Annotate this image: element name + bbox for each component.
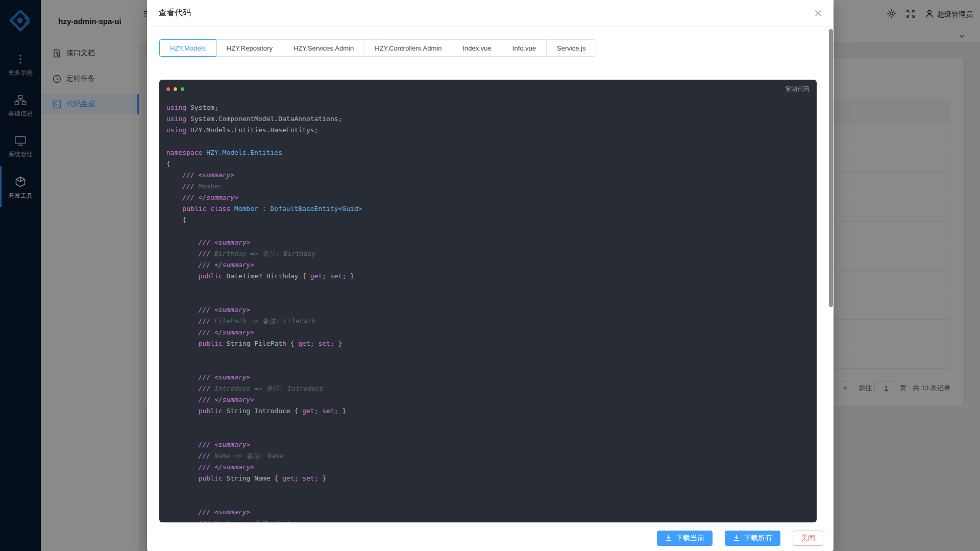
code-line: public String Name { get; set; } (166, 473, 817, 484)
code-line (166, 428, 817, 439)
code-line (166, 417, 817, 428)
code-line: /// <summary> (166, 304, 817, 316)
code-content: using System;using System.ComponentModel… (159, 98, 817, 522)
tab-hzy-controllers-admin[interactable]: HZY.Controllers.Admin (364, 39, 452, 57)
code-line (166, 136, 817, 147)
code-line: public class Member : DefaultBaseEntity<… (166, 203, 817, 214)
download-icon (733, 534, 740, 543)
code-file-tabs: HZY.ModelsHZY.RepositoryHZY.Services.Adm… (159, 39, 596, 57)
download-all-button[interactable]: 下载所有 (725, 531, 780, 546)
code-line: /// FilePath => 备注: FilePath (166, 316, 817, 327)
code-line: /// Number => 备注: Number (166, 518, 817, 522)
tab-hzy-models[interactable]: HZY.Models (159, 39, 216, 57)
code-line (166, 282, 817, 293)
download-current-button[interactable]: 下载当前 (657, 531, 713, 546)
tab-hzy-repository[interactable]: HZY.Repository (216, 39, 283, 57)
copy-code-button[interactable]: 复制代码 (785, 85, 810, 93)
code-window: 复制代码 using System;using System.Component… (159, 80, 817, 522)
code-line: /// Birthday => 备注: Birthday (166, 248, 817, 259)
code-line: /// <summary> (166, 372, 817, 383)
tab-hzy-services-admin[interactable]: HZY.Services.Admin (283, 39, 364, 57)
code-line: /// </summary> (166, 394, 817, 405)
code-line: { (166, 158, 817, 170)
code-line (166, 361, 817, 372)
code-line: /// <summary> (166, 507, 817, 518)
code-line: /// Introduce => 备注: Introduce (166, 383, 817, 394)
code-line: /// <summary> (166, 237, 817, 248)
mac-minimize-dot (174, 87, 177, 91)
close-button[interactable]: 关闭 (793, 531, 823, 546)
code-line: using System; (166, 102, 817, 113)
code-line: /// Member (166, 181, 817, 192)
tab-service-js[interactable]: Service.js (546, 39, 596, 57)
code-line: /// Name => 备注: Name (166, 450, 817, 462)
code-line: using System.ComponentModel.DataAnnotati… (166, 113, 817, 125)
code-line: /// <summary> (166, 439, 817, 450)
mac-close-dot (166, 87, 170, 91)
code-line: using HZY.Models.Entities.BaseEntitys; (166, 125, 817, 136)
code-line: public DateTime? Birthday { get; set; } (166, 271, 817, 282)
code-line: /// </summary> (166, 462, 817, 473)
code-line (166, 484, 817, 495)
dialog-scrollbar-thumb[interactable] (829, 29, 833, 307)
code-line: { (166, 214, 817, 226)
code-line (166, 495, 817, 507)
close-icon[interactable] (812, 7, 824, 19)
view-code-dialog: 查看代码 HZY.ModelsHZY.RepositoryHZY.Service… (147, 0, 834, 551)
code-line (166, 293, 817, 304)
dialog-header: 查看代码 (147, 0, 834, 27)
mac-zoom-dot (181, 87, 184, 91)
download-icon (665, 534, 672, 543)
code-line: /// <summary> (166, 170, 817, 181)
code-line: /// </summary> (166, 192, 817, 203)
code-line (166, 226, 817, 237)
code-line (166, 349, 817, 361)
tab-index-vue[interactable]: Index.vue (452, 39, 502, 57)
code-line: namespace HZY.Models.Entities (166, 147, 817, 158)
code-line: /// </summary> (166, 259, 817, 271)
dialog-title: 查看代码 (158, 8, 191, 18)
tab-info-vue[interactable]: Info.vue (502, 39, 547, 57)
code-line: /// </summary> (166, 327, 817, 338)
screen: 更多示例基础信息系统管理开发工具 hzy-admin-spa-ui 接口文档定时… (0, 0, 980, 551)
code-line: public String FilePath { get; set; } (166, 338, 817, 349)
code-line: public String Introduce { get; set; } (166, 405, 817, 417)
dialog-footer: 下载当前 下载所有 关闭 (147, 522, 834, 551)
code-window-titlebar: 复制代码 (159, 80, 817, 98)
